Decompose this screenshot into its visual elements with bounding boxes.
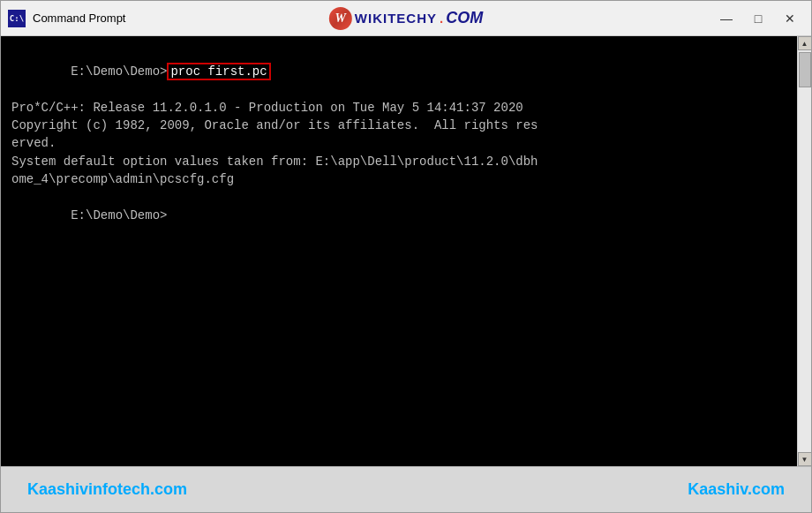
- footer-link-right[interactable]: Kaashiv.com: [688, 480, 785, 499]
- content-area: E:\Demo\Demo>proc first.pc Pro*C/C++: Re…: [1, 36, 811, 466]
- cmd-icon: C:\: [8, 10, 26, 27]
- scrollbar[interactable]: ▲ ▼: [797, 36, 811, 466]
- footer: Kaashivinfotech.com Kaashiv.com: [1, 466, 811, 512]
- minimize-button[interactable]: —: [712, 8, 741, 29]
- cmd-icon-text: C:\: [10, 14, 24, 23]
- close-button[interactable]: ✕: [776, 8, 804, 29]
- wiki-logo: W WIKITECHY . COM: [329, 7, 483, 30]
- terminal-line-7: System default option values taken from:…: [11, 153, 786, 170]
- terminal-line-8: ome_4\precomp\admin\pcscfg.cfg: [11, 170, 786, 188]
- scroll-thumb[interactable]: [799, 52, 811, 87]
- scroll-down-arrow[interactable]: ▼: [798, 452, 812, 466]
- title-bar-controls: — □ ✕: [712, 8, 804, 29]
- wikitechy-text: WIKITECHY: [355, 11, 437, 26]
- terminal[interactable]: E:\Demo\Demo>proc first.pc Pro*C/C++: Re…: [1, 36, 797, 466]
- maximize-button[interactable]: □: [744, 8, 772, 29]
- scroll-track[interactable]: [798, 50, 811, 452]
- terminal-line-4: Copyright (c) 1982, 2009, Oracle and/or …: [11, 117, 786, 134]
- command-highlight: proc first.pc: [167, 63, 270, 80]
- scroll-up-arrow[interactable]: ▲: [798, 36, 812, 50]
- title-bar: C:\ Command Prompt W WIKITECHY . COM — □…: [1, 1, 811, 36]
- terminal-line-2: Pro*C/C++: Release 11.2.0.1.0 - Producti…: [11, 99, 786, 117]
- terminal-line-10: E:\Demo\Demo>: [11, 188, 786, 242]
- title-bar-brand: W WIKITECHY . COM: [329, 7, 483, 30]
- window: C:\ Command Prompt W WIKITECHY . COM — □…: [0, 0, 812, 513]
- terminal-line-5: erved.: [11, 134, 786, 152]
- wiki-dot: .: [440, 11, 443, 26]
- wiki-com: COM: [446, 9, 483, 27]
- footer-link-left[interactable]: Kaashivinfotech.com: [27, 480, 187, 499]
- window-title: Command Prompt: [33, 11, 125, 25]
- terminal-line-1: E:\Demo\Demo>proc first.pc: [11, 45, 786, 99]
- wiki-w-icon: W: [329, 7, 352, 30]
